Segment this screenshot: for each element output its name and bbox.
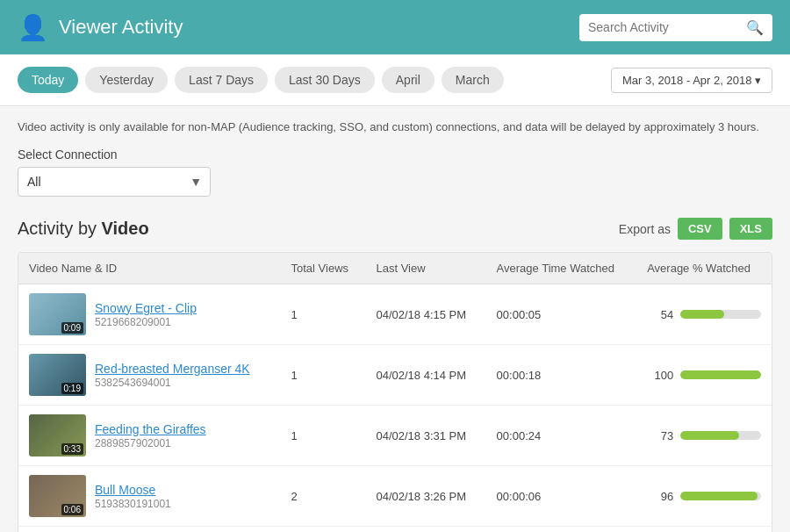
video-name-link[interactable]: Snowy Egret - Clip — [95, 301, 197, 315]
last-view: 04/02/18 3:31 PM — [365, 406, 485, 466]
progress-fill — [680, 370, 761, 379]
avg-pct: 73 — [636, 406, 772, 466]
avg-pct: 96 — [636, 466, 772, 527]
video-cell: 0:33 Feeding the Giraffes 2889857902001 — [18, 406, 281, 466]
activity-title: Activity by Video — [18, 219, 149, 239]
col-avg-time: Average Time Watched — [486, 253, 637, 284]
export-area: Export as CSV XLS — [619, 218, 772, 240]
video-duration: 0:09 — [61, 322, 83, 334]
table-row: 0:33 White Ibis on the Beach 4K 49974165… — [18, 527, 772, 533]
avg-pct: 54 — [636, 284, 772, 345]
video-table: Video Name & ID Total Views Last View Av… — [18, 252, 772, 532]
header: 👤 Viewer Activity 🔍 — [0, 0, 790, 54]
video-name-link[interactable]: Feeding the Giraffes — [95, 422, 206, 436]
col-avg-pct: Average % Watched — [636, 253, 772, 284]
video-id: 2889857902001 — [95, 437, 171, 449]
total-views: 1 — [281, 406, 366, 466]
video-duration: 0:33 — [61, 443, 83, 455]
table-row: 0:33 Feeding the Giraffes 2889857902001 … — [18, 406, 772, 466]
filter-last7[interactable]: Last 7 Days — [175, 67, 268, 93]
last-view: 04/02/18 3:26 PM — [365, 527, 485, 533]
filter-today[interactable]: Today — [18, 67, 78, 93]
video-thumbnail: 0:09 — [29, 293, 86, 335]
progress-fill — [680, 492, 758, 500]
video-duration: 0:06 — [61, 504, 83, 515]
pct-value: 73 — [647, 429, 673, 442]
last-view: 04/02/18 4:14 PM — [365, 345, 485, 406]
filter-last30[interactable]: Last 30 Days — [275, 67, 375, 93]
col-total-views: Total Views — [281, 253, 366, 284]
export-xls-button[interactable]: XLS — [729, 218, 772, 240]
connection-select[interactable]: All — [18, 167, 211, 197]
col-last-view: Last View — [365, 253, 485, 284]
total-views: 1 — [281, 345, 366, 406]
video-cell: 0:33 White Ibis on the Beach 4K 49974165… — [18, 527, 281, 533]
filter-yesterday[interactable]: Yesterday — [85, 67, 168, 93]
pct-value: 100 — [647, 369, 673, 382]
video-info: Red-breasted Merganser 4K 5382543694001 — [95, 362, 250, 389]
avg-pct: 25 — [636, 527, 772, 533]
progress-track — [680, 492, 761, 500]
user-icon: 👤 — [18, 13, 48, 42]
video-id: 5193830191001 — [95, 498, 171, 510]
search-input[interactable] — [588, 20, 746, 34]
header-left: 👤 Viewer Activity — [18, 13, 183, 42]
pct-value: 96 — [647, 490, 673, 503]
video-name-link[interactable]: Bull Moose — [95, 483, 171, 497]
avg-pct: 100 — [636, 345, 772, 406]
video-thumbnail: 0:19 — [29, 354, 86, 396]
filter-april[interactable]: April — [382, 67, 434, 93]
last-view: 04/02/18 4:15 PM — [365, 284, 485, 345]
video-info: Snowy Egret - Clip 5219668209001 — [95, 301, 197, 328]
page-title: Viewer Activity — [59, 16, 183, 39]
pct-value: 54 — [647, 308, 673, 321]
table-row: 0:19 Red-breasted Merganser 4K 538254369… — [18, 345, 772, 406]
video-id: 5219668209001 — [95, 316, 171, 328]
video-cell: 0:19 Red-breasted Merganser 4K 538254369… — [18, 345, 281, 406]
video-info: Bull Moose 5193830191001 — [95, 483, 171, 510]
filter-march[interactable]: March — [442, 67, 504, 93]
progress-fill — [680, 431, 739, 440]
search-icon: 🔍 — [746, 19, 764, 36]
date-range-selector[interactable]: Mar 3, 2018 - Apr 2, 2018 ▾ — [611, 68, 772, 93]
date-range-text: Mar 3, 2018 - Apr 2, 2018 ▾ — [622, 74, 761, 87]
table-row: 0:06 Bull Moose 5193830191001 204/02/18 … — [18, 466, 772, 527]
progress-track — [680, 431, 761, 440]
avg-time: 00:00:09 — [486, 527, 637, 533]
activity-header: Activity by Video Export as CSV XLS — [18, 218, 772, 240]
progress-fill — [680, 310, 724, 319]
progress-track — [680, 310, 761, 319]
video-thumbnail: 0:06 — [29, 475, 86, 517]
connection-label: Select Connection — [18, 147, 772, 162]
avg-time: 00:00:06 — [486, 466, 637, 527]
export-label: Export as — [619, 222, 671, 236]
avg-time: 00:00:05 — [486, 284, 637, 345]
total-views: 2 — [281, 466, 366, 527]
last-view: 04/02/18 3:26 PM — [365, 466, 485, 527]
table-row: 0:09 Snowy Egret - Clip 5219668209001 10… — [18, 284, 772, 345]
total-views: 2 — [281, 527, 366, 533]
search-box[interactable]: 🔍 — [579, 14, 772, 41]
avg-time: 00:00:18 — [486, 345, 637, 406]
filter-bar: Today Yesterday Last 7 Days Last 30 Days… — [0, 54, 790, 106]
filter-buttons: Today Yesterday Last 7 Days Last 30 Days… — [18, 67, 504, 93]
progress-track — [680, 370, 761, 379]
video-thumbnail: 0:33 — [29, 414, 86, 457]
main-content: Video activity is only available for non… — [0, 106, 790, 532]
info-text: Video activity is only available for non… — [18, 120, 772, 133]
export-csv-button[interactable]: CSV — [678, 218, 722, 240]
video-id: 5382543694001 — [95, 377, 171, 389]
total-views: 1 — [281, 284, 366, 345]
connection-select-wrapper: All ▼ — [18, 167, 211, 197]
video-info: Feeding the Giraffes 2889857902001 — [95, 422, 206, 449]
col-video-name: Video Name & ID — [18, 253, 281, 284]
video-cell: 0:06 Bull Moose 5193830191001 — [18, 466, 281, 527]
avg-time: 00:00:24 — [486, 406, 637, 466]
video-cell: 0:09 Snowy Egret - Clip 5219668209001 — [18, 284, 281, 345]
table-header-row: Video Name & ID Total Views Last View Av… — [18, 253, 772, 284]
video-name-link[interactable]: Red-breasted Merganser 4K — [95, 362, 250, 376]
video-duration: 0:19 — [61, 383, 83, 394]
